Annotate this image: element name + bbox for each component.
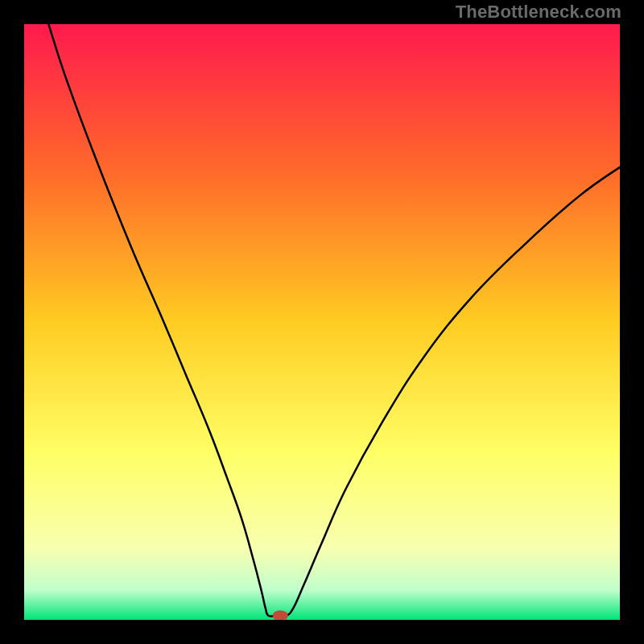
chart-svg xyxy=(24,24,620,620)
plot-background xyxy=(24,24,620,620)
attribution-text: TheBottleneck.com xyxy=(456,2,621,23)
plot-area xyxy=(24,24,620,620)
chart-frame: TheBottleneck.com xyxy=(0,0,644,644)
